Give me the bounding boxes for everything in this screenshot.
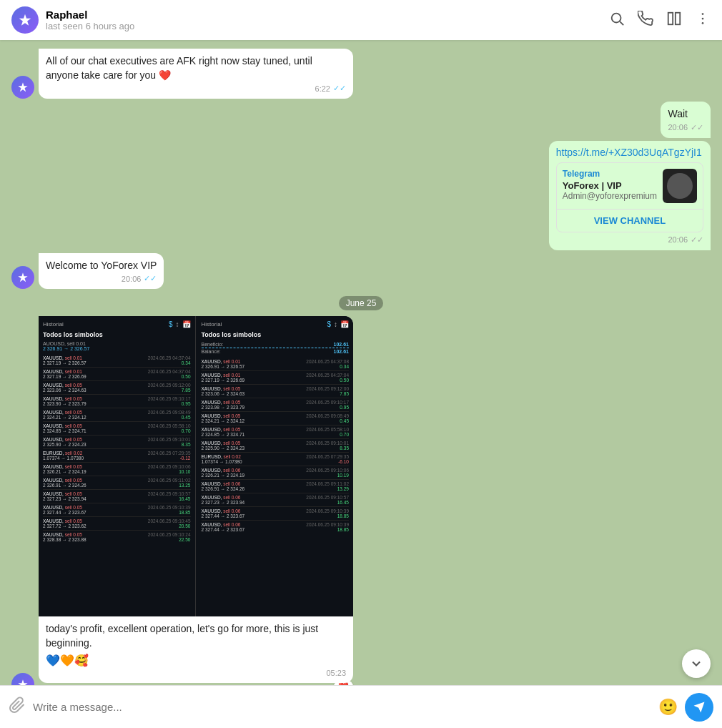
trading-panel-left: Historial $ ↕ 📅 Todos los simbolos AUOUS… xyxy=(39,316,196,616)
contact-name: Raphael xyxy=(46,9,609,21)
message-meta: 20:06 ✓✓ xyxy=(556,235,703,245)
message-meta: 6:22 ✓✓ xyxy=(46,84,346,93)
emoji-reactions: 💙🧡🥰 xyxy=(46,654,346,667)
channel-logo xyxy=(667,173,693,199)
message-time: 05:23 xyxy=(326,669,346,677)
message-bubble: All of our chat executives are AFK right… xyxy=(39,49,353,99)
chat-area: All of our chat executives are AFK right… xyxy=(0,40,722,685)
message-meta: 05:23 xyxy=(46,669,346,677)
link-preview-source: Telegram xyxy=(563,169,657,179)
contact-info: Raphael last seen 6 hours ago xyxy=(46,9,609,31)
send-button[interactable] xyxy=(685,693,713,722)
svg-line-1 xyxy=(620,21,623,25)
input-bar: 🙂 xyxy=(0,685,722,728)
link-preview-title: YoForex | VIP xyxy=(563,180,657,191)
message-time: 20:06 xyxy=(668,123,688,132)
message-row: Welcome to YoForex VIP 20:06 ✓✓ xyxy=(11,253,711,290)
message-bubble: Wait 20:06 ✓✓ xyxy=(661,102,711,138)
message-text: All of our chat executives are AFK right… xyxy=(46,54,346,82)
message-time: 20:06 xyxy=(122,275,142,283)
svg-rect-3 xyxy=(676,12,680,24)
trading-image: Historial $ ↕ 📅 Todos los simbolos AUOUS… xyxy=(39,316,353,616)
link-preview-subtitle: Admin@yoforexpremium xyxy=(563,191,657,201)
date-label: June 25 xyxy=(339,296,384,310)
message-input[interactable] xyxy=(33,701,651,713)
message-text: Welcome to YoForex VIP xyxy=(46,259,157,273)
panel-title: Todos los simbolos xyxy=(43,331,191,338)
contact-avatar xyxy=(11,6,39,34)
view-channel-button[interactable]: VIEW CHANNEL xyxy=(557,209,703,232)
sender-avatar xyxy=(11,76,34,99)
message-time: 6:22 xyxy=(315,84,330,93)
message-bubble: Historial $ ↕ 📅 Todos los simbolos AUOUS… xyxy=(39,316,353,682)
message-meta: 20:06 ✓✓ xyxy=(668,123,703,132)
chat-header: Raphael last seen 6 hours ago xyxy=(0,0,722,40)
link-preview-info: Telegram YoForex | VIP Admin@yoforexprem… xyxy=(563,169,657,201)
message-row: All of our chat executives are AFK right… xyxy=(11,49,711,99)
column-view-icon[interactable] xyxy=(666,11,682,30)
scroll-down-button[interactable] xyxy=(682,649,711,678)
panel-header: Historial $ ↕ 📅 xyxy=(202,320,350,328)
caption-text: today's profit, excellent operation, let… xyxy=(46,622,346,650)
date-divider: June 25 xyxy=(11,296,711,309)
trade-list-left: XAUUSD, sell 0.012 327.19 → 2 326.57 202… xyxy=(43,354,191,543)
svg-rect-2 xyxy=(668,12,673,24)
svg-point-5 xyxy=(702,17,704,19)
message-row: Wait 20:06 ✓✓ xyxy=(11,102,711,138)
image-caption: today's profit, excellent operation, let… xyxy=(39,616,353,682)
call-icon[interactable] xyxy=(638,11,653,30)
account-info: AUOUSD, sell 0.012 326.91 → 2 326.57 xyxy=(43,341,191,351)
svg-point-4 xyxy=(702,13,704,15)
message-time: 20:06 xyxy=(668,235,688,244)
message-bubble: https://t.me/+XZ30d3UqATgzYjI1 Telegram … xyxy=(549,141,711,250)
read-receipt-icon: ✓✓ xyxy=(691,235,703,245)
link-preview-image xyxy=(663,169,697,203)
trade-list-right: XAUUSD, sell 0.012 326.91 → 2 326.57 202… xyxy=(202,358,350,533)
read-receipt-icon: ✓✓ xyxy=(144,274,157,283)
sender-avatar xyxy=(11,673,34,685)
read-receipt-icon: ✓✓ xyxy=(333,84,346,93)
message-meta: 20:06 ✓✓ xyxy=(46,274,157,283)
search-icon[interactable] xyxy=(609,11,625,30)
message-row: https://t.me/+XZ30d3UqATgzYjI1 Telegram … xyxy=(11,141,711,250)
sender-avatar xyxy=(11,266,34,289)
read-receipt-icon: ✓✓ xyxy=(691,123,703,132)
svg-point-6 xyxy=(702,22,704,24)
profit-summary: Beneficio:102.61 Balance:102.61 xyxy=(202,341,350,355)
emoji-button[interactable]: 🙂 xyxy=(658,698,678,717)
svg-point-0 xyxy=(612,13,621,22)
message-text: Wait xyxy=(668,107,703,122)
contact-status: last seen 6 hours ago xyxy=(46,21,609,31)
link-text[interactable]: https://t.me/+XZ30d3UqATgzYjI1 xyxy=(556,147,703,158)
message-row: Historial $ ↕ 📅 Todos los simbolos AUOUS… xyxy=(11,316,711,685)
attach-icon[interactable] xyxy=(9,697,26,718)
header-actions xyxy=(609,11,711,30)
more-options-icon[interactable] xyxy=(695,11,711,30)
panel-header: Historial $ ↕ 📅 xyxy=(43,320,191,328)
link-preview-inner: Telegram YoForex | VIP Admin@yoforexprem… xyxy=(557,163,703,209)
trading-panel-right: Historial $ ↕ 📅 Todos los simbolos Benef… xyxy=(197,316,354,616)
link-preview: Telegram YoForex | VIP Admin@yoforexprem… xyxy=(556,162,703,232)
message-bubble: Welcome to YoForex VIP 20:06 ✓✓ xyxy=(39,253,164,290)
panel-title-right: Todos los simbolos xyxy=(202,331,350,338)
